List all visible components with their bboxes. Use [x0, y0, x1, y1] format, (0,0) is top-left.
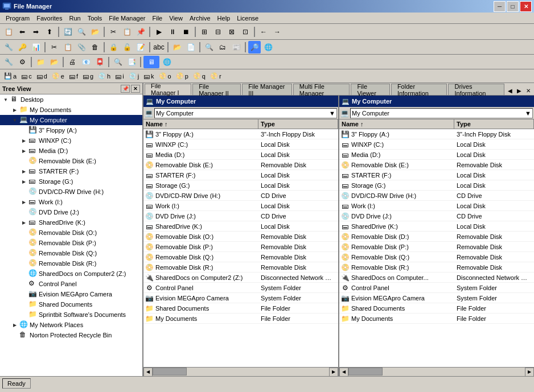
tb1-more4[interactable]: ⊡ [239, 26, 252, 38]
minimize-button[interactable]: ─ [494, 1, 506, 12]
table-row[interactable]: 🖴SharedDrive (K:)Local Disk [339, 221, 534, 232]
drive-i[interactable]: 🖴i [113, 72, 125, 80]
tree-item[interactable]: ▶🖴WINXP (C:) [0, 135, 142, 146]
panel1-file-list[interactable]: 💾3" Floppy (A:)3"-Inch Floppy Disk🖴WINXP… [143, 129, 338, 367]
tb1-btn1[interactable]: 📋 [2, 26, 15, 38]
tb3-btn5[interactable]: 🖨 [66, 56, 79, 68]
tree-expand-icon[interactable]: ▶ [19, 177, 28, 186]
menu-favorites[interactable]: Favorites [33, 14, 65, 23]
tree-expand-icon[interactable] [19, 238, 28, 247]
panel2-hscroll-left[interactable]: ◀ [339, 368, 348, 377]
drive-k[interactable]: 🖴k [142, 72, 156, 80]
tree-item[interactable]: ▶🖴Work (I:) [0, 197, 142, 207]
tree-item[interactable]: ▶🌐My Network Places [0, 320, 142, 330]
tab-arrow-right[interactable]: ▶ [515, 86, 524, 95]
drive-d[interactable]: 🖴d [35, 72, 49, 80]
tree-expand-icon[interactable]: ▶ [10, 320, 19, 329]
tree-expand-icon[interactable]: ▶ [19, 167, 28, 176]
table-row[interactable]: 📀Removable Disk (E:)Removable Disk [339, 160, 534, 170]
tree-item[interactable]: ▼💻My Computer [0, 115, 142, 125]
tb3-btn3[interactable]: 📁 [34, 56, 47, 68]
table-row[interactable]: 📀Removable Disk (D:)Removable Disk [339, 232, 534, 242]
tb2-btn10[interactable]: 📝 [134, 41, 147, 53]
tb1-btn2[interactable]: ⬅ [16, 26, 28, 38]
table-row[interactable]: 🖴Storage (G:)Local Disk [143, 180, 338, 191]
tree-item[interactable]: 🗑Norton Protected Recycle Bin [0, 330, 142, 340]
tab-multifilemanager[interactable]: Multi File Manager [293, 84, 350, 95]
tb3-btn7[interactable]: 📮 [93, 56, 106, 68]
tb3-btn1[interactable]: 🔧 [2, 56, 15, 68]
tab-filemanager2[interactable]: File Manager II [192, 84, 241, 95]
tree-expand-icon[interactable] [19, 269, 28, 278]
drive-e[interactable]: 📀e [50, 72, 66, 80]
tree-item[interactable]: ▶🖴STARTER (F:) [0, 166, 142, 176]
tree-item[interactable]: ▶🖴Storage (G:) [0, 176, 142, 187]
tb1-btn13[interactable]: ⏹ [180, 26, 192, 38]
tree-item[interactable]: 📀Removable Disk (E:) [0, 156, 142, 166]
panel2-hscroll-thumb[interactable] [348, 368, 383, 376]
table-row[interactable]: 🔌SharedDocs on Computer2 (Z:)Disconnecte… [143, 273, 338, 283]
table-row[interactable]: 📁Shared DocumentsFile Folder [143, 303, 338, 313]
drive-r[interactable]: 📀r [208, 72, 223, 80]
tree-expand-icon[interactable] [19, 228, 28, 237]
tree-pin-btn[interactable]: 📌 [121, 85, 130, 93]
tb2-btn17[interactable]: 🌐 [262, 41, 274, 53]
panel1-hscroll-left[interactable]: ◀ [143, 368, 153, 377]
close-button[interactable]: ✕ [520, 1, 532, 12]
tb1-btn10[interactable]: 📌 [134, 26, 147, 38]
tree-expand-icon[interactable] [19, 156, 28, 166]
tb1-more1[interactable]: ⊞ [198, 26, 211, 38]
tab-folderinfo[interactable]: Folder Information [391, 84, 447, 95]
panel2-hscroll-right[interactable]: ▶ [525, 368, 534, 377]
tab-fileviewer[interactable]: File Viewer [351, 84, 390, 95]
tb3-btn2[interactable]: ⚙ [16, 56, 28, 68]
tab-filemanager1[interactable]: File Manager I [145, 84, 191, 95]
tb1-btn6[interactable]: 🔍 [75, 26, 88, 38]
drive-g[interactable]: 🖴g [81, 72, 95, 80]
table-row[interactable]: 📀Removable Disk (P:)Removable Disk [339, 242, 534, 252]
tree-item[interactable]: 📀Removable Disk (P:) [0, 238, 142, 248]
tree-expand-icon[interactable]: ▶ [19, 146, 28, 155]
panel2-file-list[interactable]: 💾3" Floppy (A:)3"-Inch Floppy Disk🖴WINXP… [339, 129, 534, 367]
table-row[interactable]: 🖴WINXP (C:)Local Disk [339, 139, 534, 150]
tb3-btn10[interactable]: 🖥 [143, 56, 159, 68]
table-row[interactable]: 📀Removable Disk (R:)Removable Disk [339, 262, 534, 273]
tree-item[interactable]: 🌐SharedDocs on Computer2 (Z:) [0, 269, 142, 279]
drive-a[interactable]: 💾a [2, 72, 18, 80]
table-row[interactable]: 🖴SharedDrive (K:)Local Disk [143, 221, 338, 232]
table-row[interactable]: ⚙Control PanelSystem Folder [339, 283, 534, 293]
tb1-btn9[interactable]: 📋 [121, 26, 133, 38]
tree-expand-icon[interactable] [19, 249, 28, 258]
tree-expand-icon[interactable]: ▶ [10, 105, 19, 114]
menu-license[interactable]: License [233, 14, 262, 23]
table-row[interactable]: 💾3" Floppy (A:)3"-Inch Floppy Disk [339, 129, 534, 139]
menu-file[interactable]: File [149, 14, 166, 23]
table-row[interactable]: 📀Removable Disk (R:)Removable Disk [143, 262, 338, 273]
table-row[interactable]: 📀Removable Disk (Q:)Removable Disk [339, 252, 534, 262]
tree-close-btn[interactable]: ✕ [131, 85, 140, 93]
maximize-button[interactable]: □ [507, 1, 519, 12]
tb2-btn12[interactable]: 📄 [184, 41, 197, 53]
tree-item[interactable]: ▶🖴Media (D:) [0, 146, 142, 156]
tb2-btn8[interactable]: 🔒 [107, 41, 120, 53]
menu-archive[interactable]: Archive [186, 14, 214, 23]
table-row[interactable]: 📷Evision MEGApro CameraSystem Folder [143, 293, 338, 303]
tb2-btn4[interactable]: ✂ [48, 41, 60, 53]
table-row[interactable]: 💿DVD Drive (J:)CD Drive [339, 211, 534, 221]
tree-expand-icon[interactable]: ▶ [19, 197, 28, 207]
table-row[interactable]: 💾3" Floppy (A:)3"-Inch Floppy Disk [143, 129, 338, 139]
tb1-btn5[interactable]: 🔄 [61, 26, 74, 38]
tab-filemanager3[interactable]: File Manager III [242, 84, 292, 95]
table-row[interactable]: 💿DVD/CD-RW Drive (H:)CD Drive [143, 191, 338, 201]
table-row[interactable]: 🖴WINXP (C:)Local Disk [143, 139, 338, 150]
tb1-btn7[interactable]: 📂 [89, 26, 101, 38]
table-row[interactable]: 💿DVD Drive (J:)CD Drive [143, 211, 338, 221]
tb2-btn6[interactable]: 📎 [75, 41, 88, 53]
tree-item[interactable]: 💿DVD Drive (J:) [0, 207, 142, 217]
table-row[interactable]: 🖴STARTER (F:)Local Disk [339, 170, 534, 180]
tb1-btn8[interactable]: ✂ [107, 26, 120, 38]
panel1-hscroll[interactable]: ◀ ▶ [143, 367, 338, 376]
table-row[interactable]: 🔌SharedDocs on Computer...Disconnected N… [339, 273, 534, 283]
panel2-col-type[interactable]: Type [454, 119, 534, 129]
panel1-col-name[interactable]: Name ↑ [143, 119, 258, 129]
